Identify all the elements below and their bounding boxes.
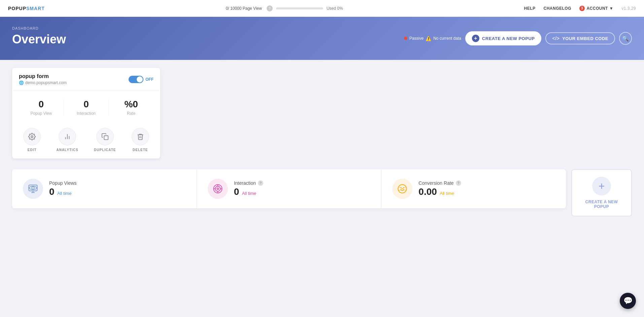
popup-card-header: popup form 🌐 demo.popupsmart.com OFF xyxy=(12,68,160,91)
passive-label: Passive xyxy=(409,36,423,41)
popup-card: popup form 🌐 demo.popupsmart.com OFF 0 P… xyxy=(12,68,160,158)
embed-code-icon: </> xyxy=(552,36,560,41)
popup-card-stats: 0 Popup View 0 Interaction %0 Rate xyxy=(12,91,160,124)
embed-code-label: YOUR EMBED CODE xyxy=(562,36,608,41)
conversion-rate-value-row: 0.00 All time xyxy=(418,186,461,197)
delete-icon-circle xyxy=(132,128,149,145)
page-view-section: 0/ 10000 Page View ? Used 0% xyxy=(45,5,524,11)
version-label: v1.3.29 xyxy=(621,6,636,11)
interaction-help-icon[interactable]: ? xyxy=(258,180,263,186)
conversion-rate-icon-circle xyxy=(392,179,412,199)
popup-views-icon-circle xyxy=(23,179,43,199)
embed-code-button[interactable]: </> YOUR EMBED CODE xyxy=(545,32,615,44)
create-new-label: CREATE A NEW POPUP xyxy=(579,200,624,209)
globe-icon: 🌐 xyxy=(19,80,24,85)
stat-popup-view: 0 Popup View xyxy=(19,99,64,116)
plus-icon: + xyxy=(472,35,479,42)
create-new-popup-button[interactable]: + CREATE A NEW POPUP xyxy=(465,31,542,45)
warning-icon: ⚠️ xyxy=(426,36,431,41)
interaction-stat: Interaction ? 0 All time xyxy=(197,169,381,208)
popup-views-number: 0 xyxy=(49,186,55,197)
stat-interaction: 0 Interaction xyxy=(64,99,109,116)
nav-help[interactable]: HELP xyxy=(524,6,535,11)
conversion-rate-stat: Conversion Rate ? 0.00 All time xyxy=(381,169,566,208)
duplicate-label: DUPLICATE xyxy=(94,148,116,152)
stat-popup-view-label: Popup View xyxy=(19,111,64,116)
popup-card-title: popup form xyxy=(19,73,67,79)
status-dot xyxy=(404,37,407,40)
svg-rect-4 xyxy=(104,136,108,140)
delete-button[interactable]: DELETE xyxy=(132,128,149,152)
stat-rate-value: %0 xyxy=(109,99,154,110)
toggle-label: OFF xyxy=(145,77,154,82)
popup-views-time: All time xyxy=(57,191,72,196)
no-data-label: No current data xyxy=(433,36,461,41)
interaction-icon-circle xyxy=(208,179,228,199)
analytics-icon-circle xyxy=(59,128,76,145)
toggle-track xyxy=(129,76,143,83)
logo: POPUPSMART xyxy=(8,6,45,11)
page-view-label: 0/ 10000 Page View xyxy=(226,6,262,11)
search-button[interactable]: 🔍 xyxy=(619,32,632,45)
svg-point-11 xyxy=(217,188,218,190)
chat-icon: 💬 xyxy=(623,296,633,305)
status-badge: Passive ⚠️ No current data xyxy=(404,36,461,41)
top-navigation: POPUPSMART 0/ 10000 Page View ? Used 0% … xyxy=(0,0,644,17)
stat-rate: %0 Rate xyxy=(108,99,154,116)
popup-views-title: Popup Views xyxy=(49,180,76,186)
create-popup-label: CREATE A NEW POPUP xyxy=(482,36,535,41)
delete-label: DELETE xyxy=(133,148,148,152)
chat-bubble[interactable]: 💬 xyxy=(620,293,636,309)
svg-rect-5 xyxy=(29,185,37,191)
help-icon[interactable]: ? xyxy=(267,5,273,11)
create-new-plus-icon: + xyxy=(592,177,611,196)
account-badge: 3 xyxy=(579,6,585,11)
progress-bar xyxy=(276,7,323,9)
interaction-time: All time xyxy=(242,191,257,196)
search-icon: 🔍 xyxy=(622,35,629,42)
popup-card-info: popup form 🌐 demo.popupsmart.com xyxy=(19,73,67,85)
svg-point-8 xyxy=(32,187,34,189)
nav-account[interactable]: 3 ACCOUNT ▼ xyxy=(579,6,613,11)
popup-views-value-row: 0 All time xyxy=(49,186,76,197)
create-new-card[interactable]: + CREATE A NEW POPUP xyxy=(571,169,632,216)
svg-point-0 xyxy=(31,136,33,138)
main-content: popup form 🌐 demo.popupsmart.com OFF 0 P… xyxy=(0,60,644,317)
stat-interaction-value: 0 xyxy=(64,99,109,110)
conversion-rate-number: 0.00 xyxy=(418,186,437,197)
analytics-label: ANALYTICS xyxy=(56,148,78,152)
popup-views-stat: Popup Views 0 All time xyxy=(12,169,197,208)
header-actions: Passive ⚠️ No current data + CREATE A NE… xyxy=(404,31,632,45)
conversion-rate-info: Conversion Rate ? 0.00 All time xyxy=(418,180,461,197)
duplicate-button[interactable]: DUPLICATE xyxy=(94,128,116,152)
popup-views-info: Popup Views 0 All time xyxy=(49,180,76,197)
edit-label: EDIT xyxy=(28,148,37,152)
toggle-switch[interactable]: OFF xyxy=(129,76,154,83)
nav-changelog[interactable]: CHANGELOG xyxy=(544,6,572,11)
conversion-rate-title: Conversion Rate ? xyxy=(418,180,461,186)
bottom-section: Popup Views 0 All time xyxy=(12,169,632,216)
popup-card-url: 🌐 demo.popupsmart.com xyxy=(19,80,67,85)
interaction-number: 0 xyxy=(234,186,239,197)
toggle-thumb xyxy=(137,76,143,82)
edit-icon-circle xyxy=(23,128,41,145)
edit-button[interactable]: EDIT xyxy=(23,128,41,152)
stats-bar-wrapper: Popup Views 0 All time xyxy=(12,169,566,216)
stat-interaction-label: Interaction xyxy=(64,111,109,116)
analytics-button[interactable]: ANALYTICS xyxy=(56,128,78,152)
stat-popup-view-value: 0 xyxy=(19,99,64,110)
duplicate-icon-circle xyxy=(96,128,114,145)
topnav-right: HELP CHANGELOG 3 ACCOUNT ▼ v1.3.29 xyxy=(524,6,636,11)
stats-bar: Popup Views 0 All time xyxy=(12,169,566,208)
svg-point-10 xyxy=(215,186,220,191)
breadcrumb: DASHBOARD xyxy=(12,26,632,30)
interaction-info: Interaction ? 0 All time xyxy=(234,180,263,197)
interaction-title: Interaction ? xyxy=(234,180,263,186)
popup-card-actions: EDIT ANALYTICS DUPLICATE xyxy=(12,124,160,158)
header-banner: DASHBOARD Overview Passive ⚠️ No current… xyxy=(0,17,644,60)
interaction-value-row: 0 All time xyxy=(234,186,263,197)
used-label: Used 0% xyxy=(327,6,343,11)
conversion-rate-time: All time xyxy=(440,191,454,196)
conversion-rate-help-icon[interactable]: ? xyxy=(456,180,461,186)
stat-rate-label: Rate xyxy=(109,111,154,116)
